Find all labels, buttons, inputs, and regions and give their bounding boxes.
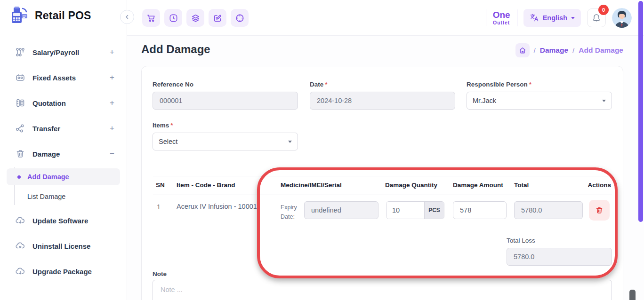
breadcrumb-home-button[interactable]: [515, 43, 530, 57]
note-textarea[interactable]: [153, 280, 612, 300]
lifebuoy-icon: [235, 13, 245, 23]
table-top-border: [153, 176, 612, 176]
stock-layers-button[interactable]: [186, 9, 204, 27]
clock-icon: [169, 13, 178, 23]
sidebar-item-update-software[interactable]: Update Software: [0, 208, 127, 233]
date-input[interactable]: [310, 92, 455, 110]
note-label: Note: [153, 270, 167, 277]
app-name: Retail POS: [35, 9, 91, 22]
chevron-left-icon: [124, 14, 130, 20]
new-invoice-button[interactable]: [209, 9, 226, 27]
sub-item-label: List Damage: [27, 193, 65, 200]
sidebar-item-list-damage[interactable]: List Damage: [7, 188, 120, 205]
topbar-right-cluster: One Outlet English 0: [486, 8, 632, 28]
chevron-down-icon: [571, 17, 575, 19]
sidebar-item-salary-payroll[interactable]: Salary/Payroll +: [0, 39, 127, 65]
sidebar: Retail POS Salary/Payroll +: [0, 0, 127, 300]
required-asterisk: *: [170, 122, 173, 129]
reference-no-label: Reference No: [153, 81, 193, 88]
collapse-minus-icon[interactable]: −: [110, 149, 114, 158]
sidebar-item-transfer[interactable]: Transfer +: [0, 116, 127, 141]
total-loss-input[interactable]: [507, 248, 612, 266]
serial-input[interactable]: [304, 201, 378, 219]
damage-quantity-group: PCS: [386, 201, 444, 219]
expand-plus-icon[interactable]: +: [110, 98, 114, 108]
vertical-scrollbar-thumb[interactable]: [638, 1, 643, 222]
quotation-icon: [15, 98, 25, 108]
sidebar-item-damage[interactable]: Damage −: [0, 141, 127, 166]
recent-history-button[interactable]: [164, 9, 182, 27]
sidebar-item-label: Damage: [32, 150, 103, 158]
user-avatar[interactable]: [612, 8, 632, 28]
reference-no-input[interactable]: [153, 92, 298, 110]
home-icon: [519, 47, 526, 54]
cloud-download-icon: [15, 215, 25, 226]
main-content: Add Damage / Damage / Add Damage Referen…: [127, 36, 644, 300]
sidebar-item-label: Update Software: [32, 217, 114, 225]
damage-submenu: Add Damage List Damage: [0, 166, 127, 208]
col-header-damage-quantity: Damage Quantity: [385, 182, 437, 189]
notifications-button[interactable]: 0: [587, 8, 606, 27]
row-item-name: Acerux IV Infusion - 10001: [177, 203, 257, 210]
translate-icon: [530, 13, 539, 23]
layers-icon: [191, 13, 201, 23]
notification-badge: 0: [598, 5, 609, 15]
trash-icon: [15, 149, 25, 159]
outlet-count: One: [493, 10, 510, 20]
responsible-person-value: Mr.Jack: [473, 97, 602, 104]
breadcrumb-separator: /: [534, 47, 536, 55]
active-bullet-icon: [17, 175, 21, 179]
scrollbar-bottom-stub[interactable]: [629, 290, 636, 300]
cloud-x-icon: [15, 241, 25, 251]
expand-plus-icon[interactable]: +: [110, 47, 114, 57]
items-select[interactable]: Select: [153, 133, 298, 150]
trash-icon: [595, 205, 604, 215]
expand-plus-icon[interactable]: +: [110, 73, 114, 82]
sidebar-item-uninstall-license[interactable]: Uninstall License: [0, 233, 127, 259]
transfer-icon: [15, 123, 25, 134]
sidebar-item-label: Salary/Payroll: [32, 48, 103, 56]
chevron-down-icon: [288, 141, 292, 143]
sitemap-icon: [15, 47, 25, 57]
date-label: Date*: [310, 81, 328, 88]
col-header-item: Item - Code - Brand: [177, 182, 235, 189]
pos-terminal-logo-icon: [8, 5, 30, 26]
sidebar-collapse-button[interactable]: [120, 10, 134, 24]
support-button[interactable]: [231, 9, 249, 27]
breadcrumb-separator: /: [572, 47, 574, 55]
items-label: Items*: [153, 122, 173, 129]
col-header-total: Total: [514, 182, 529, 189]
row-total-input[interactable]: [514, 201, 583, 219]
user-avatar-image: [612, 8, 632, 28]
outlet-indicator[interactable]: One Outlet: [486, 9, 517, 26]
sidebar-item-fixed-assets[interactable]: Fixed Assets +: [0, 65, 127, 90]
sidebar-item-quotation[interactable]: Quotation +: [0, 90, 127, 116]
damage-quantity-input[interactable]: [386, 202, 424, 219]
total-loss-label: Total Loss: [507, 237, 535, 244]
sidebar-item-label: Upgrade Package: [32, 268, 114, 276]
sidebar-nav: Salary/Payroll + Fixed Assets +: [0, 39, 127, 284]
breadcrumb: / Damage / Add Damage: [515, 43, 623, 57]
col-header-sn: SN: [156, 182, 165, 189]
col-header-damage-amount: Damage Amount: [453, 182, 503, 189]
topbar: One Outlet English 0: [127, 0, 644, 36]
col-header-actions: Actions: [588, 182, 611, 189]
language-label: English: [543, 14, 567, 22]
unit-addon: PCS: [424, 202, 444, 219]
sidebar-item-upgrade-package[interactable]: Upgrade Package: [0, 259, 127, 284]
cloud-download-icon: [15, 266, 25, 276]
damage-amount-input[interactable]: [453, 201, 507, 219]
expand-plus-icon[interactable]: +: [110, 124, 114, 133]
responsible-person-select[interactable]: Mr.Jack: [467, 92, 612, 110]
app-logo[interactable]: Retail POS: [8, 5, 91, 26]
row-sn: 1: [157, 203, 161, 211]
breadcrumb-current: Add Damage: [579, 46, 623, 55]
breadcrumb-damage-link[interactable]: Damage: [540, 46, 568, 55]
sidebar-item-add-damage[interactable]: Add Damage: [7, 168, 120, 185]
language-selector[interactable]: English: [523, 9, 581, 27]
app-window: Retail POS Salary/Payroll +: [0, 0, 644, 300]
required-asterisk: *: [529, 81, 531, 88]
pos-cart-button[interactable]: [142, 9, 160, 27]
sidebar-item-label: Quotation: [32, 99, 103, 107]
delete-row-button[interactable]: [589, 200, 610, 221]
